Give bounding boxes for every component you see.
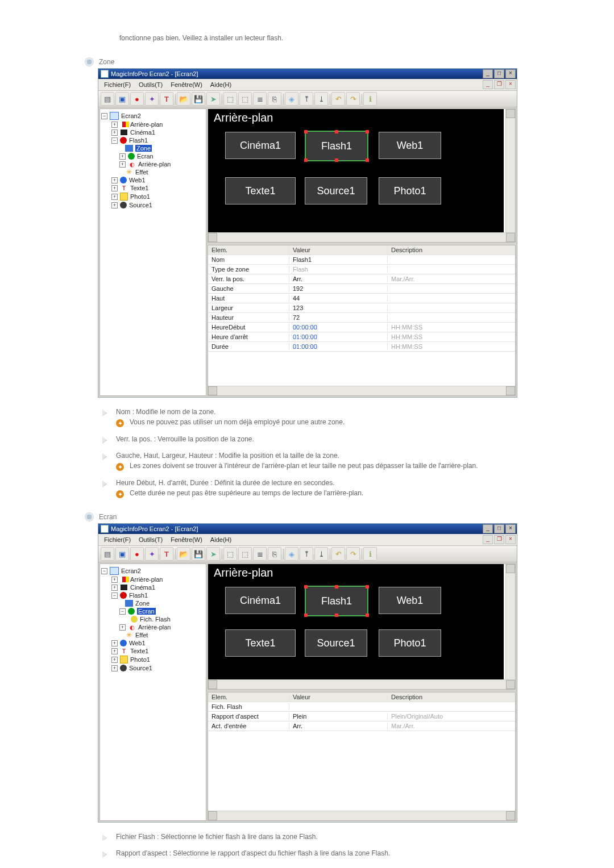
tree-source[interactable]: +Source1 (101, 664, 205, 672)
canvas-zone-photo[interactable]: Photo1 (379, 629, 441, 657)
canvas-zone-source[interactable]: Source1 (305, 629, 367, 657)
tool-send-icon[interactable]: ➤ (206, 547, 220, 561)
tree-texte[interactable]: +TTexte1 (101, 647, 205, 655)
tool-distribute-icon[interactable]: ≣ (253, 547, 267, 561)
menu-outils[interactable]: Outils(T) (135, 536, 166, 543)
tool-text-icon[interactable]: T (160, 547, 173, 561)
menu-aide[interactable]: Aide(H) (207, 536, 235, 543)
canvas-zone-texte[interactable]: Texte1 (225, 177, 296, 205)
tool-redo-icon[interactable]: ↷ (346, 547, 360, 561)
tool-save-icon[interactable]: 💾 (192, 92, 205, 106)
tree-root[interactable]: −Ecran2 (101, 566, 205, 575)
tool-undo-icon[interactable]: ↶ (331, 92, 345, 106)
tool-monitor-icon[interactable]: ▣ (115, 547, 129, 561)
menu-aide[interactable]: Aide(H) (207, 81, 235, 88)
tool-back-icon[interactable]: ⤓ (314, 92, 328, 106)
tree-bg2[interactable]: +◐Arrière-plan (101, 623, 205, 631)
tool-screen-icon[interactable]: ▤ (101, 92, 114, 106)
design-canvas[interactable]: Arrière-plan Cinéma1 Flash1 Web1 Texte1 … (208, 564, 504, 680)
tree-effet[interactable]: ✳Effet (101, 631, 205, 639)
props-scrollbar-h[interactable] (208, 811, 515, 820)
tree-fichflash[interactable]: Fich. Flash (101, 615, 205, 623)
tool-record-icon[interactable]: ● (130, 92, 144, 106)
props-row[interactable]: Act. d'entréeArr.Mar./Arr. (208, 721, 515, 731)
tool-back-icon[interactable]: ⤓ (314, 547, 328, 561)
tool-align-l-icon[interactable]: ⬚ (223, 92, 237, 106)
tool-info-icon[interactable]: ℹ (363, 547, 377, 561)
tree-bg2[interactable]: +◐Arrière-plan (101, 160, 205, 168)
menu-fichier[interactable]: Fichier(F) (101, 81, 134, 88)
menu-fenetre[interactable]: Fenêtre(W) (167, 81, 206, 88)
props-row[interactable]: HeureDébut00:00:00HH:MM:SS (208, 323, 515, 332)
canvas-zone-source[interactable]: Source1 (305, 177, 367, 205)
props-scrollbar-h[interactable] (208, 386, 515, 395)
tree-texte[interactable]: +TTexte1 (101, 184, 205, 192)
tree-effet[interactable]: ✳Effet (101, 168, 205, 176)
tool-layers-icon[interactable]: ◈ (285, 92, 298, 106)
canvas-zone-web[interactable]: Web1 (379, 587, 441, 614)
tool-redo-icon[interactable]: ↷ (346, 92, 360, 106)
design-canvas[interactable]: Arrière-plan Cinéma1 Flash1 Web1 Texte1 … (208, 109, 504, 233)
tree-zone[interactable]: Zone (101, 599, 205, 607)
tool-align-r-icon[interactable]: ⬚ (238, 92, 252, 106)
tool-fx-icon[interactable]: ✦ (145, 92, 159, 106)
canvas-scrollbar-h[interactable] (208, 232, 515, 242)
tool-front-icon[interactable]: ⤒ (300, 547, 313, 561)
tree-ecran[interactable]: +Ecran (101, 152, 205, 160)
canvas-zone-flash[interactable]: Flash1 (305, 131, 368, 161)
props-row[interactable]: Type de zoneFlash (208, 265, 515, 274)
tool-text-icon[interactable]: T (160, 92, 173, 106)
menu-outils[interactable]: Outils(T) (135, 81, 166, 88)
mdi-minimize-button[interactable]: _ (483, 80, 493, 89)
tree-flash[interactable]: −Flash1 (101, 591, 205, 599)
tool-align-r-icon[interactable]: ⬚ (238, 547, 252, 561)
canvas-zone-web[interactable]: Web1 (379, 132, 441, 159)
props-row[interactable]: Durée01:00:00HH:MM:SS (208, 342, 515, 352)
props-row[interactable]: Gauche192 (208, 284, 515, 294)
props-row[interactable]: Verr. la pos.Arr.Mar./Arr. (208, 274, 515, 284)
tool-screen-icon[interactable]: ▤ (101, 547, 114, 561)
tool-send-icon[interactable]: ➤ (206, 92, 220, 106)
canvas-zone-cinema[interactable]: Cinéma1 (225, 132, 296, 159)
tool-fx-icon[interactable]: ✦ (145, 547, 159, 561)
window-close-button[interactable]: × (505, 69, 516, 78)
tool-layers-icon[interactable]: ◈ (285, 547, 298, 561)
tool-distribute-icon[interactable]: ≣ (253, 92, 267, 106)
window-maximize-button[interactable]: □ (494, 69, 504, 78)
tool-copy-icon[interactable]: ⎘ (268, 92, 281, 106)
tool-align-l-icon[interactable]: ⬚ (223, 547, 237, 561)
props-row[interactable]: Fich. Flash (208, 702, 515, 712)
tool-undo-icon[interactable]: ↶ (331, 547, 345, 561)
canvas-zone-texte[interactable]: Texte1 (225, 629, 296, 657)
mdi-restore-button[interactable]: ❐ (494, 535, 504, 544)
canvas-scrollbar-v[interactable] (505, 109, 515, 242)
tool-record-icon[interactable]: ● (130, 547, 144, 561)
mdi-restore-button[interactable]: ❐ (494, 80, 504, 89)
canvas-scrollbar-h[interactable] (208, 679, 515, 689)
props-row[interactable]: Largeur123 (208, 303, 515, 313)
tree-photo[interactable]: +Photo1 (101, 655, 205, 664)
tree-photo[interactable]: +Photo1 (101, 192, 205, 201)
tree-source[interactable]: +Source1 (101, 201, 205, 209)
tree-cinema[interactable]: +Cinéma1 (101, 583, 205, 591)
props-row[interactable]: Haut44 (208, 294, 515, 303)
tool-open-icon[interactable]: 📂 (177, 92, 190, 106)
mdi-close-button[interactable]: × (505, 535, 516, 544)
canvas-zone-cinema[interactable]: Cinéma1 (225, 587, 296, 614)
tool-monitor-icon[interactable]: ▣ (115, 92, 129, 106)
menu-fichier[interactable]: Fichier(F) (101, 536, 134, 543)
tree-web[interactable]: +Web1 (101, 176, 205, 184)
tool-save-icon[interactable]: 💾 (192, 547, 205, 561)
tool-copy-icon[interactable]: ⎘ (268, 547, 281, 561)
props-row[interactable]: Rapport d'aspectPleinPlein/Original/Auto (208, 712, 515, 721)
canvas-zone-flash[interactable]: Flash1 (305, 586, 368, 616)
tree-ecran-sel[interactable]: −Ecran (101, 607, 205, 615)
tree-bg[interactable]: +Arrière-plan (101, 120, 205, 128)
tree-zone-sel[interactable]: Zone (101, 144, 205, 152)
window-minimize-button[interactable]: _ (483, 524, 493, 533)
props-row[interactable]: Heure d'arrêt01:00:00HH:MM:SS (208, 332, 515, 342)
props-row[interactable]: NomFlash1 (208, 255, 515, 265)
menu-fenetre[interactable]: Fenêtre(W) (167, 536, 206, 543)
mdi-close-button[interactable]: × (505, 80, 516, 89)
window-close-button[interactable]: × (505, 524, 516, 533)
